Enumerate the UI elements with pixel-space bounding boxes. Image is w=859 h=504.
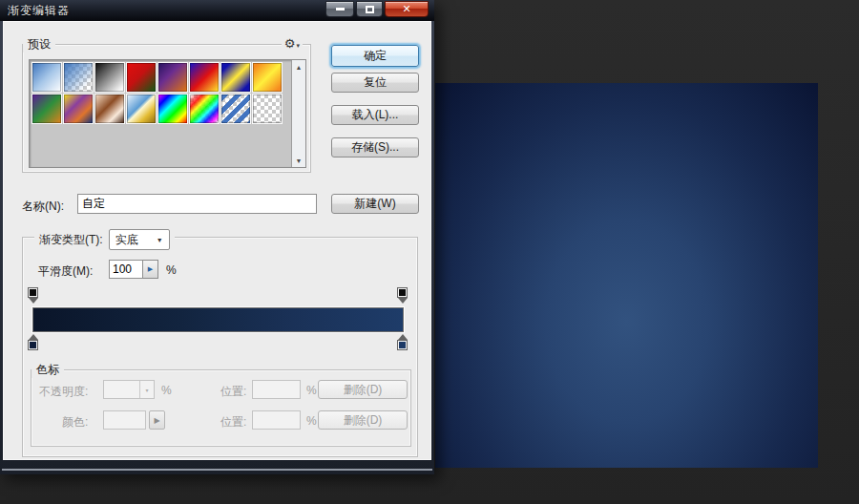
scroll-up-icon: ▲ (296, 64, 303, 71)
maximize-icon (366, 6, 374, 13)
close-icon: ✕ (402, 4, 410, 14)
color-label: 颜色: (62, 414, 88, 430)
gradient-type-value: 实底 (115, 232, 138, 248)
color-position-input[interactable] (252, 410, 301, 430)
color-picker-arrow-icon: ▶ (154, 416, 159, 425)
color-position-percent: % (306, 414, 317, 428)
gradient-type-row: 渐变类型(T): 实底 ▼ (34, 229, 175, 250)
delete-color-stop-button[interactable]: 删除(D) (318, 410, 408, 430)
presets-menu-button[interactable]: ⚙ ▾ (282, 36, 303, 51)
scroll-down-icon: ▼ (296, 158, 303, 164)
opacity-position-percent: % (306, 384, 317, 397)
save-button[interactable]: 存储(S)... (331, 137, 419, 158)
preset-thumb-orange-yellow-orange[interactable] (252, 62, 283, 93)
color-stop-left-swatch (28, 340, 38, 350)
maximize-button[interactable] (356, 1, 383, 17)
opacity-combo-arrow-icon: ▾ (139, 381, 154, 398)
scroll-down-button[interactable]: ▼ (292, 154, 305, 167)
ok-button[interactable]: 确定 (331, 45, 419, 67)
smoothness-spinner-button[interactable]: ▶ (143, 260, 158, 279)
preset-thumb-violet-green-orange[interactable] (31, 94, 62, 124)
opacity-stop-right-swatch (397, 287, 408, 298)
minimize-button[interactable] (325, 1, 354, 17)
preset-thumb-black-to-white[interactable] (94, 62, 125, 93)
preset-thumb-noise-sample[interactable] (252, 94, 283, 124)
preset-thumb-fg-to-bg[interactable] (31, 62, 62, 93)
color-stop-right-swatch (397, 340, 408, 350)
stops-panel-label: 色标 (31, 362, 64, 378)
preset-thumb-red-to-green[interactable] (126, 62, 157, 93)
name-input[interactable] (77, 194, 317, 214)
presets-listbox: ▲ ▼ (29, 59, 306, 168)
color-position-label: 位置: (220, 414, 246, 430)
presets-group: 预设 ⚙ ▾ ▲ ▼ (22, 44, 311, 173)
preset-thumb-blue-red-yellow[interactable] (189, 62, 220, 93)
smoothness-input[interactable] (109, 260, 143, 279)
close-button[interactable]: ✕ (385, 1, 429, 17)
preset-thumb-transparent-rainbow[interactable] (189, 94, 220, 124)
minimize-icon (336, 8, 345, 10)
gradient-preview-bar[interactable] (32, 307, 404, 332)
opacity-percent: % (161, 384, 172, 397)
window-controls: ✕ (325, 1, 429, 17)
smoothness-percent: % (166, 263, 177, 277)
preset-thumb-fg-to-transparent[interactable] (63, 62, 94, 93)
window-title: 渐变编辑器 (0, 3, 70, 19)
color-stop-left[interactable] (27, 334, 39, 350)
opacity-stop-right-pointer (398, 298, 408, 304)
opacity-label: 不透明度: (39, 384, 88, 400)
preset-thumb-copper[interactable] (94, 94, 125, 124)
gear-menu-arrow-icon: ▾ (296, 42, 300, 50)
color-swatch-field[interactable] (103, 410, 146, 430)
presets-scrollbar[interactable]: ▲ ▼ (291, 60, 305, 167)
load-button[interactable]: 载入(L)... (331, 105, 419, 125)
opacity-stop-left-swatch (28, 287, 38, 298)
gear-icon: ⚙ (284, 36, 296, 51)
scroll-up-button[interactable]: ▲ (292, 60, 305, 74)
gradient-settings-group: 渐变类型(T): 实底 ▼ 平滑度(M): ▶ % (22, 237, 418, 457)
opacity-stop-left[interactable] (27, 287, 39, 304)
spinner-arrow-icon: ▶ (148, 265, 153, 273)
opacity-combo[interactable]: ▾ (103, 380, 155, 399)
preset-thumb-violet-to-orange[interactable] (157, 62, 188, 93)
opacity-position-input[interactable] (252, 380, 301, 399)
title-bar[interactable]: 渐变编辑器 ✕ (0, 0, 434, 21)
preset-thumb-transparent-stripes[interactable] (220, 94, 251, 124)
name-label: 名称(N): (22, 199, 64, 215)
chevron-down-icon: ▼ (157, 237, 163, 243)
smoothness-label: 平滑度(M): (38, 263, 93, 280)
color-picker-arrow-button[interactable]: ▶ (149, 410, 165, 430)
preset-thumb-spectrum[interactable] (157, 94, 188, 124)
reset-button[interactable]: 复位 (331, 73, 419, 93)
preset-thumb-chrome[interactable] (126, 94, 157, 124)
stops-panel-group: 色标 不透明度: ▾ % 位置: % 删除(D) 颜色: ▶ 位置: % 删除(… (31, 369, 411, 447)
dialog-content: 预设 ⚙ ▾ ▲ ▼ 确定 复位 载入(L)... 存储(S)... 名称(N)… (3, 21, 431, 460)
opacity-stop-left-pointer (29, 298, 38, 304)
presets-label: 预设 (23, 36, 55, 52)
opacity-position-label: 位置: (220, 384, 246, 400)
color-stop-right[interactable] (396, 334, 409, 350)
preset-thumb-yellow-violet-orange-blue[interactable] (63, 94, 94, 124)
gradient-type-label: 渐变类型(T): (39, 232, 103, 248)
delete-opacity-stop-button[interactable]: 删除(D) (318, 380, 408, 399)
preset-grid (31, 61, 290, 125)
opacity-stop-right[interactable] (396, 287, 409, 304)
document-canvas (435, 83, 818, 468)
new-button[interactable]: 新建(W) (331, 194, 419, 214)
gradient-editor-dialog: 渐变编辑器 ✕ 预设 ⚙ ▾ ▲ ▼ 确定 复位 载入(L).. (0, 0, 434, 474)
gradient-type-dropdown[interactable]: 实底 ▼ (109, 229, 170, 250)
preset-thumb-blue-yellow-blue[interactable] (220, 62, 251, 93)
